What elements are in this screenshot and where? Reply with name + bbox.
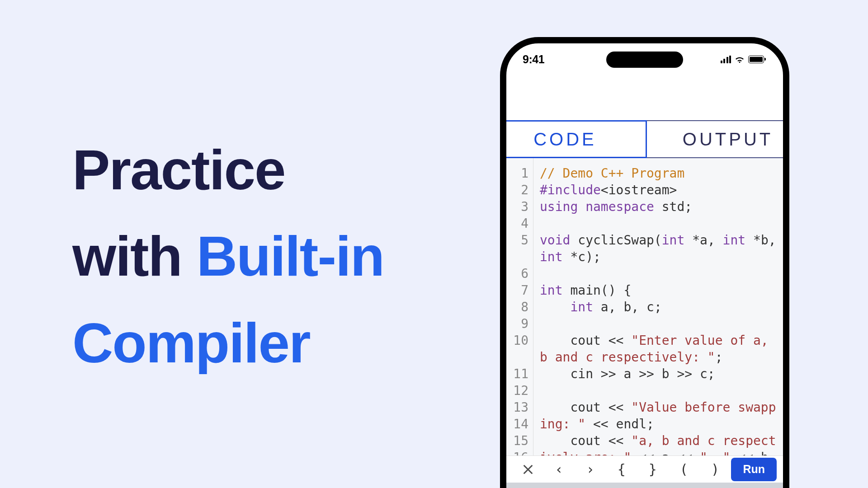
status-time: 9:41 xyxy=(523,53,544,66)
phone-mockup: 9:41 CODE OUTPUT 1 2 3 4 5 6 7 8 9 10 11 xyxy=(500,37,789,488)
headline-line3: Compiler xyxy=(72,311,310,374)
symbol-gt-button[interactable]: › xyxy=(575,457,605,482)
run-button[interactable]: Run xyxy=(731,458,777,481)
tab-output[interactable]: OUTPUT xyxy=(646,120,789,158)
editor-tabs: CODE OUTPUT xyxy=(500,120,789,158)
line-number-gutter: 1 2 3 4 5 6 7 8 9 10 11 12 13 14 15 16 xyxy=(506,122,533,488)
headline-line1: Practice xyxy=(72,138,285,201)
symbol-rparen-button[interactable]: ) xyxy=(700,457,730,482)
app-headline: Practice with Built-in Compiler xyxy=(72,127,384,386)
code-content[interactable]: // Demo C++ Program #include<iostream> u… xyxy=(533,122,783,488)
code-editor[interactable]: 1 2 3 4 5 6 7 8 9 10 11 12 13 14 15 16 /… xyxy=(506,122,783,488)
symbol-rbrace-button[interactable]: } xyxy=(637,457,668,482)
symbol-lparen-button[interactable]: ( xyxy=(669,457,699,482)
close-icon xyxy=(522,463,534,476)
soft-keyboard[interactable]: Q W E R T Y U I O P xyxy=(506,483,783,488)
tab-code[interactable]: CODE xyxy=(500,120,647,158)
headline-line2b: Built-in xyxy=(197,225,384,287)
phone-silence-switch xyxy=(500,157,500,180)
battery-icon xyxy=(748,56,764,63)
status-bar: 9:41 xyxy=(506,43,783,75)
phone-volume-up xyxy=(500,195,500,238)
cellular-signal-icon xyxy=(721,56,731,63)
symbol-lbrace-button[interactable]: { xyxy=(606,457,637,482)
close-keyboard-button[interactable] xyxy=(513,457,543,482)
symbol-toolbar: ‹ › { } ( ) Run xyxy=(506,455,783,483)
phone-volume-down xyxy=(500,247,500,290)
phone-power-button xyxy=(789,206,789,274)
headline-line2a: with xyxy=(72,225,197,287)
status-icons xyxy=(721,56,764,63)
symbol-lt-button[interactable]: ‹ xyxy=(544,457,574,482)
wifi-icon xyxy=(735,56,745,63)
